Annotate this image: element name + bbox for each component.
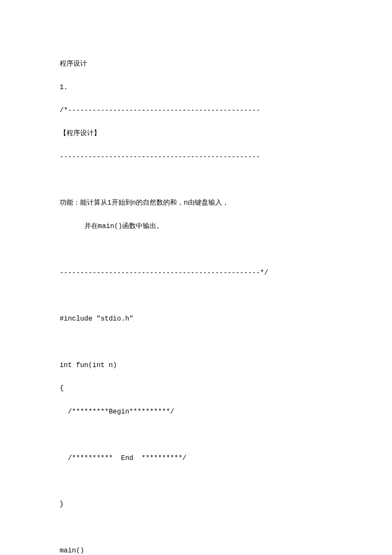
code-line: /********** End **********/ <box>60 453 332 464</box>
code-line: main() <box>60 545 332 555</box>
code-line: } <box>60 499 332 510</box>
code-line: { <box>60 383 332 394</box>
code-line: 【程序设计】 <box>60 128 332 139</box>
code-line: 功能：能计算从1开始到n的自然数的和，n由键盘输入， <box>60 197 332 209</box>
code-line: #include "stdio.h" <box>60 313 332 325</box>
code-line: 并在main()函数中输出。 <box>60 221 332 232</box>
code-line: 1. <box>60 82 332 93</box>
document-content: 程序设计 1. /*------------------------------… <box>60 47 332 555</box>
code-line: 程序设计 <box>60 58 332 70</box>
code-line: /*********Begin**********/ <box>60 406 332 418</box>
code-line <box>60 337 332 348</box>
code-line <box>60 522 332 534</box>
code-line: int fun(int n) <box>60 360 332 371</box>
code-line: ----------------------------------------… <box>60 267 332 279</box>
code-line: ----------------------------------------… <box>60 151 332 163</box>
code-line <box>60 476 332 487</box>
code-line <box>60 174 332 186</box>
code-line <box>60 244 332 255</box>
code-line: /*--------------------------------------… <box>60 105 332 116</box>
code-line <box>60 290 332 302</box>
code-line <box>60 429 332 441</box>
